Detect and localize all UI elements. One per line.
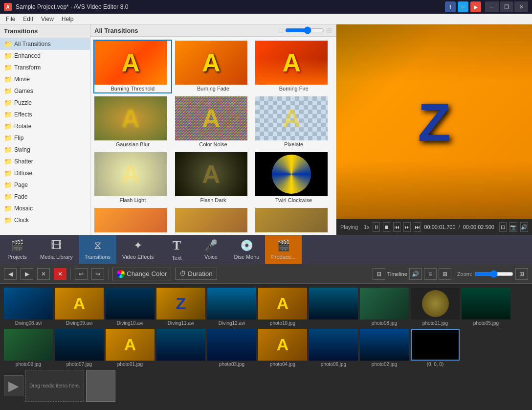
transition-pixelate[interactable]: A Pixelate — [254, 95, 333, 149]
left-panel: Transitions 📁 All Transitions 📁 Enhanced… — [0, 24, 90, 235]
snapshot-button[interactable]: 📷 — [510, 222, 517, 232]
folder-icon: 📁 — [4, 158, 12, 165]
menu-view[interactable]: View — [37, 15, 58, 23]
sidebar-item-shatter[interactable]: 📁 Shatter — [0, 156, 90, 167]
transition-partial-1[interactable] — [93, 207, 172, 233]
menu-file[interactable]: File — [2, 15, 19, 23]
media-item-diving10[interactable]: Diving10.avi — [106, 288, 155, 327]
tool-voice[interactable]: 🎤 Voice — [194, 235, 228, 264]
tl-grid-btn[interactable]: ⊞ — [439, 268, 451, 280]
sidebar-item-movie[interactable]: 📁 Movie — [0, 73, 90, 85]
media-item-photo07[interactable]: photo07.jpg — [55, 329, 104, 368]
change-color-button[interactable]: Change Color — [112, 268, 171, 280]
transition-label: Burning Fade — [175, 85, 252, 92]
media-item-photo04[interactable]: A photo04.jpg — [258, 329, 307, 368]
media-item-photo02[interactable]: photo02.jpg — [360, 329, 409, 368]
tl-delete-button[interactable]: ✕ — [37, 268, 50, 280]
media-item-photo11[interactable]: photo11.jpg — [411, 288, 460, 327]
sidebar-item-enhanced[interactable]: 📁 Enhanced — [0, 50, 90, 62]
zoom-slider-timeline[interactable] — [474, 270, 513, 278]
media-item-black[interactable]: (0, 0, 0) — [411, 329, 460, 368]
transition-burning-fire[interactable]: A Burning Fire — [254, 40, 333, 93]
media-item-photo09[interactable]: photo09.jpg — [4, 329, 53, 368]
pause-button[interactable]: ⏸ — [373, 222, 380, 232]
transition-flash-dark[interactable]: A Flash Dark — [174, 151, 253, 205]
tl-timeline-view-icon[interactable]: ⊟ — [373, 268, 385, 280]
media-item-diving08[interactable]: Diving08.avi — [4, 288, 53, 327]
youtube-btn[interactable]: ▶ — [470, 1, 481, 12]
media-item-photo06[interactable]: photo06.jpg — [309, 329, 358, 368]
drag-drop-zone[interactable]: Drag media items here. — [25, 370, 84, 402]
tl-audio-btn[interactable]: 🔊 — [409, 268, 422, 280]
tl-undo-button[interactable]: ↩ — [75, 268, 88, 280]
sidebar-item-all-transitions[interactable]: 📁 All Transitions — [0, 38, 90, 50]
close-button[interactable]: ✕ — [514, 1, 528, 12]
media-item-photo03[interactable]: photo03.jpg — [207, 329, 256, 368]
end-button[interactable]: ⏭ — [414, 222, 421, 232]
next-button[interactable]: ⏭ — [403, 222, 411, 232]
transition-partial-2[interactable] — [174, 207, 253, 233]
tool-video-effects[interactable]: ✦ Video Effects — [116, 235, 159, 264]
tl-fit-btn[interactable]: ⊞ — [515, 268, 528, 280]
tool-text[interactable]: T Text — [159, 235, 194, 264]
volume-button[interactable]: 🔊 — [520, 222, 528, 232]
media-item-diving11[interactable]: Z Diving11.avi — [156, 288, 205, 327]
duration-button[interactable]: ⏱ Duration — [175, 268, 217, 280]
media-item-photo10[interactable]: A photo10.jpg — [258, 288, 307, 327]
center-panel: All Transitions □ ⊞ A Burning Threshold — [90, 24, 336, 235]
sidebar-item-swing[interactable]: 📁 Swing — [0, 144, 90, 156]
twitter-btn[interactable]: 🐦 — [458, 1, 468, 12]
facebook-btn[interactable]: f — [445, 1, 456, 12]
media-item-extra2[interactable] — [156, 329, 205, 368]
tl-forward-button[interactable]: ▶ — [21, 268, 33, 280]
sidebar-item-effects[interactable]: 📁 Effects — [0, 109, 90, 120]
stop-button[interactable]: ⏹ — [383, 222, 390, 232]
tl-cancel-button[interactable]: ✕ — [54, 268, 66, 280]
transition-flash-light[interactable]: A Flash Light — [93, 151, 172, 205]
tl-list-btn[interactable]: ≡ — [424, 268, 437, 280]
sidebar-item-rotate[interactable]: 📁 Rotate — [0, 120, 90, 132]
sidebar-item-flip[interactable]: 📁 Flip — [0, 132, 90, 144]
media-item-photo08[interactable]: photo08.jpg — [360, 288, 409, 327]
media-item-diving09[interactable]: A Diving09.avi — [55, 288, 104, 327]
tool-media-library[interactable]: 🎞 Media Library — [34, 235, 79, 264]
transition-twirl-clockwise[interactable]: Twirl Clockwise — [254, 151, 333, 205]
transition-burning-fade[interactable]: A Burning Fade — [174, 40, 253, 93]
tl-back-button[interactable]: ◀ — [4, 268, 17, 280]
tool-label: Voice — [204, 254, 218, 260]
transition-color-noise[interactable]: A Color Noise — [174, 95, 253, 149]
tool-projects[interactable]: 🎬 Projects — [0, 235, 34, 264]
sidebar-item-transform[interactable]: 📁 Transform — [0, 62, 90, 73]
zoom-in-icon[interactable]: □ — [279, 26, 283, 34]
sidebar-item-diffuse[interactable]: 📁 Diffuse — [0, 167, 90, 179]
tool-disc-menu[interactable]: 💿 Disc Menu — [228, 235, 265, 264]
tl-redo-button[interactable]: ↪ — [91, 268, 104, 280]
sidebar-item-mosaic[interactable]: 📁 Mosaic — [0, 203, 90, 214]
media-item-diving12[interactable]: Diving12.avi — [207, 288, 256, 327]
sidebar-item-fade[interactable]: 📁 Fade — [0, 191, 90, 203]
transitions-grid: A Burning Threshold A Burning Fade — [90, 37, 336, 235]
folder-icon: 📁 — [4, 40, 12, 48]
prev-button[interactable]: ⏮ — [393, 222, 400, 232]
zoom-out-icon[interactable]: ⊞ — [326, 26, 332, 34]
restore-button[interactable]: ❐ — [500, 1, 513, 12]
menu-help[interactable]: Help — [58, 15, 78, 23]
minimize-button[interactable]: ─ — [485, 1, 499, 12]
transition-partial-3[interactable] — [254, 207, 333, 233]
sidebar-item-puzzle[interactable]: 📁 Puzzle — [0, 97, 90, 109]
tool-produce[interactable]: 🎬 Produce... — [265, 235, 301, 264]
menu-edit[interactable]: Edit — [19, 15, 37, 23]
sidebar-item-games[interactable]: 📁 Games — [0, 85, 90, 97]
zoom-slider[interactable] — [285, 26, 324, 34]
duration-label: Duration — [188, 270, 212, 277]
sidebar-item-clock[interactable]: 📁 Clock — [0, 214, 90, 226]
media-item-photo01[interactable]: A photo01.jpg — [106, 329, 155, 368]
transition-gaussian-blur[interactable]: A Gaussian Blur — [93, 95, 172, 149]
fullscreen-button[interactable]: ⊡ — [499, 222, 507, 232]
preview-video: Z — [336, 24, 532, 219]
tool-transitions[interactable]: ⧖ Transitions — [79, 235, 116, 264]
media-item-photo05[interactable]: photo05.jpg — [462, 288, 510, 327]
sidebar-item-page[interactable]: 📁 Page — [0, 179, 90, 191]
transition-burning-threshold[interactable]: A Burning Threshold — [93, 40, 172, 93]
media-item-extra1[interactable] — [309, 288, 358, 327]
